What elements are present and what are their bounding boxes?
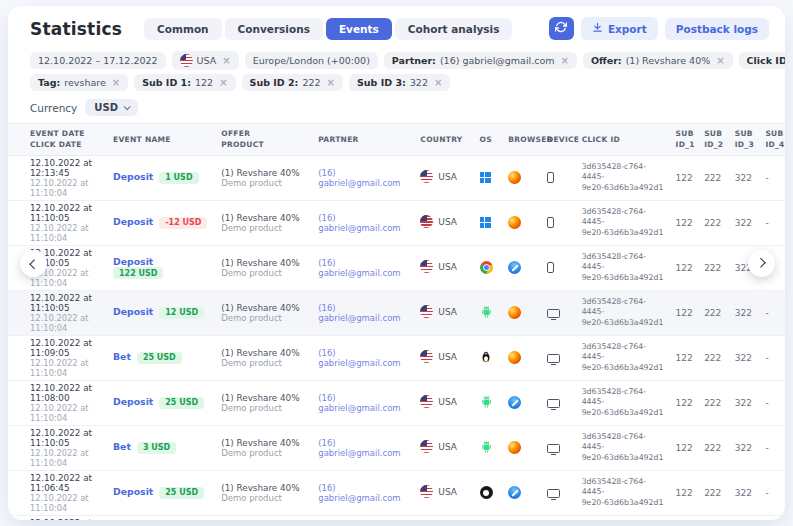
- table-row[interactable]: 12.10.2022 at 11:10:0512.10.2022 at 11:1…: [8, 425, 785, 470]
- chevron-down-icon: [124, 103, 131, 110]
- filter-chip-sub-id-2[interactable]: Sub ID 2:222×: [242, 74, 343, 91]
- partner-link[interactable]: (16) gabriel@gmail.com: [318, 393, 400, 413]
- column-header-browser[interactable]: BROWSER: [502, 124, 541, 156]
- country-label: USA: [438, 487, 457, 497]
- chip-value: (16) gabriel@gmail.com: [440, 55, 555, 66]
- column-header-event-date-click-date[interactable]: EVENT DATECLICK DATE: [8, 124, 107, 156]
- amount-badge: 12 USD: [159, 307, 204, 319]
- remove-icon[interactable]: ×: [434, 77, 442, 88]
- filter-chip-country[interactable]: USA×: [172, 51, 239, 70]
- tab-cohort-analysis[interactable]: Cohort analysis: [395, 18, 513, 40]
- column-header-device[interactable]: DEVICE: [541, 124, 576, 156]
- product-name: Demo product: [221, 358, 306, 368]
- filter-chip-sub-id-1[interactable]: Sub ID 1:122×: [134, 74, 235, 91]
- scroll-left-button[interactable]: [20, 250, 47, 277]
- desktop-device-icon: [547, 444, 560, 453]
- filter-chip-sub-id-3[interactable]: Sub ID 3:322×: [349, 74, 450, 91]
- chip-value: USA: [197, 55, 217, 66]
- filter-chip-offer[interactable]: Offer:(1) Revshare 40%×: [583, 52, 733, 69]
- firefox-browser-icon: [508, 216, 521, 229]
- amount-badge: 3 USD: [137, 442, 176, 454]
- usa-flag-icon: [180, 54, 193, 67]
- table-row[interactable]: 12.10.2022 at 11:10:0512.10.2022 at 11:1…: [8, 290, 785, 335]
- chip-value: revshare: [64, 77, 106, 88]
- remove-icon[interactable]: ×: [222, 55, 230, 66]
- column-header-event-name[interactable]: EVENT NAME: [107, 124, 215, 156]
- event-date: 12.10.2022 at 11:06:44: [30, 518, 101, 521]
- safari-browser-icon: [508, 396, 521, 409]
- filter-chip-date-range[interactable]: 12.10.2022 – 17.12.2022: [30, 52, 166, 69]
- filter-chips-row-2: Tag:revshare×Sub ID 1:122×Sub ID 2:222×S…: [8, 70, 785, 91]
- column-header-sub-id-3[interactable]: SUBID_3: [729, 124, 760, 156]
- product-name: Demo product: [221, 313, 306, 323]
- mobile-device-icon: [547, 172, 554, 183]
- postback-logs-button[interactable]: Postback logs: [665, 18, 769, 40]
- events-table: EVENT DATECLICK DATEEVENT NAMEOFFERPRODU…: [8, 123, 785, 520]
- remove-icon[interactable]: ×: [327, 77, 335, 88]
- event-name: Deposit: [113, 396, 153, 407]
- sub-id-1-value: 122: [670, 200, 699, 245]
- remove-icon[interactable]: ×: [219, 77, 227, 88]
- partner-link[interactable]: (16) gabriel@gmail.com: [318, 483, 400, 503]
- offer-name: (1) Revshare 40%: [221, 213, 306, 223]
- tab-conversions[interactable]: Conversions: [225, 18, 323, 40]
- remove-icon[interactable]: ×: [112, 77, 120, 88]
- table-row[interactable]: 12.10.2022 at 11:08:0012.10.2022 at 11:1…: [8, 380, 785, 425]
- sub-id-4-value: -: [759, 380, 785, 425]
- scroll-right-button[interactable]: [748, 250, 775, 277]
- amount-badge: 122 USD: [113, 267, 163, 279]
- desktop-device-icon: [547, 309, 560, 318]
- click-date: 12.10.2022 at 11:10:04: [30, 178, 101, 198]
- table-row[interactable]: 12.10.2022 at 11:10:0512.10.2022 at 11:1…: [8, 245, 785, 290]
- filter-chip-tag[interactable]: Tag:revshare×: [30, 74, 128, 91]
- column-header-sub-id-1[interactable]: SUBID_1: [670, 124, 699, 156]
- offer-name: (1) Revshare 40%: [221, 348, 306, 358]
- filter-chip-partner[interactable]: Partner:(16) gabriel@gmail.com×: [384, 52, 577, 69]
- table-header: EVENT DATECLICK DATEEVENT NAMEOFFERPRODU…: [8, 124, 785, 156]
- remove-icon[interactable]: ×: [716, 55, 724, 66]
- usa-flag-icon: [420, 350, 433, 363]
- table-row[interactable]: 12.10.2022 at 11:10:0512.10.2022 at 11:1…: [8, 200, 785, 245]
- export-button[interactable]: Export: [581, 17, 658, 40]
- table-row[interactable]: 12.10.2022 at 11:09:0512.10.2022 at 11:1…: [8, 335, 785, 380]
- linux-os-icon: [480, 355, 492, 365]
- sub-id-3-value: 322: [729, 425, 760, 470]
- column-header-sub-id-2[interactable]: SUBID_2: [698, 124, 729, 156]
- event-name: Bet: [113, 441, 131, 452]
- column-header-offer-product[interactable]: OFFERPRODUCT: [215, 124, 312, 156]
- product-name: Demo product: [221, 448, 306, 458]
- partner-link[interactable]: (16) gabriel@gmail.com: [318, 168, 400, 188]
- table-row[interactable]: 12.10.2022 at 11:06:4412.10.2022 at 11:1…: [8, 515, 785, 520]
- tab-events[interactable]: Events: [326, 18, 392, 40]
- event-name: Deposit: [113, 306, 153, 317]
- partner-link[interactable]: (16) gabriel@gmail.com: [318, 213, 400, 233]
- table-row[interactable]: 12.10.2022 at 11:06:4512.10.2022 at 11:1…: [8, 470, 785, 515]
- amount-badge: 25 USD: [159, 487, 204, 499]
- remove-icon[interactable]: ×: [561, 55, 569, 66]
- sub-id-3-value: 322: [729, 290, 760, 335]
- table-row[interactable]: 12.10.2022 at 12:13:4512.10.2022 at 11:1…: [8, 155, 785, 200]
- refresh-button[interactable]: [549, 17, 574, 40]
- column-header-os[interactable]: OS: [474, 124, 503, 156]
- product-name: Demo product: [221, 178, 306, 188]
- event-date: 12.10.2022 at 12:13:45: [30, 158, 101, 178]
- sub-id-4-value: -: [759, 290, 785, 335]
- sub-id-1-value: 122: [670, 245, 699, 290]
- column-header-click-id[interactable]: CLICK ID: [576, 124, 670, 156]
- click-id: 3d635428-c764-4445-9e20-63d6b3a492d1: [582, 297, 664, 329]
- partner-link[interactable]: (16) gabriel@gmail.com: [318, 303, 400, 323]
- partner-link[interactable]: (16) gabriel@gmail.com: [318, 258, 400, 278]
- partner-link[interactable]: (16) gabriel@gmail.com: [318, 348, 400, 368]
- click-date: 12.10.2022 at 11:10:04: [30, 223, 101, 243]
- column-header-sub-id-4[interactable]: SUBID_4: [759, 124, 785, 156]
- partner-link[interactable]: (16) gabriel@gmail.com: [318, 438, 400, 458]
- sub-id-2-value: 222: [698, 470, 729, 515]
- filter-chip-timezone[interactable]: Europe/London (+00:00): [245, 52, 378, 69]
- filter-chip-click-id[interactable]: Click ID:3d635428-c764-4445-9e20-63d6b3a…: [739, 52, 785, 69]
- click-id: 3d635428-c764-4445-9e20-63d6b3a492d1: [582, 207, 664, 239]
- column-header-country[interactable]: COUNTRY: [414, 124, 473, 156]
- column-header-partner[interactable]: PARTNER: [312, 124, 414, 156]
- tab-common[interactable]: Common: [144, 18, 222, 40]
- event-name: Bet: [113, 351, 131, 362]
- currency-select[interactable]: USD: [85, 99, 138, 116]
